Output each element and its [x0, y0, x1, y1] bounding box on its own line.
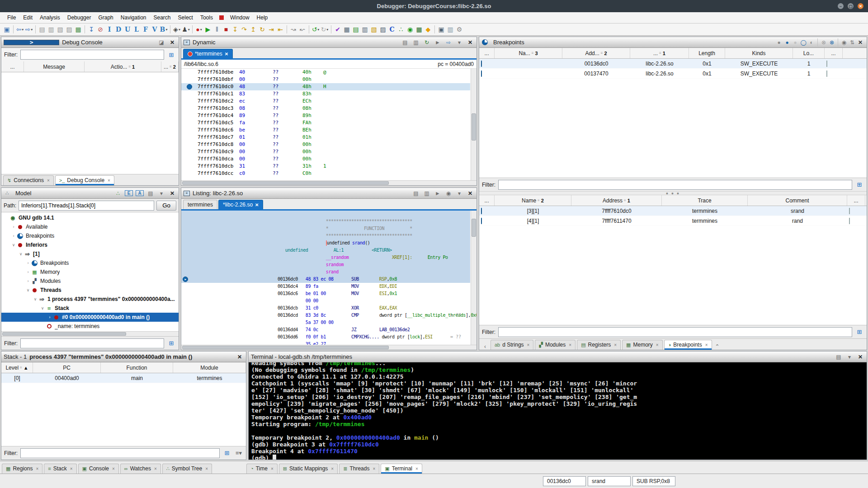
listing-line[interactable]: **********************************	[181, 218, 470, 225]
book-icon[interactable]: ▤	[351, 24, 360, 34]
scroll-left-icon[interactable]: ‹	[481, 343, 489, 350]
collapsed-icon[interactable]: ›	[25, 279, 31, 283]
hex-row[interactable]: 7ffff7610dc308??08h	[181, 105, 470, 112]
breakpoint-row[interactable]: 00136dc0libc-2.26.so0x1SW_EXECUTE1	[479, 59, 867, 69]
hex-row[interactable]: 7ffff7610dc5fa??FAh	[181, 119, 470, 127]
column-header[interactable]: Actio...≡1	[85, 61, 161, 72]
column-header[interactable]: ...	[825, 48, 843, 58]
auto-a-icon[interactable]: A	[136, 190, 144, 196]
breakpoint-location-row[interactable]: [3][1]7ffff7610dc0termminessrand	[479, 206, 867, 216]
listing-line[interactable]: ▶ 00136dc0 48 83 ec 08 SUB RSP,0x8	[181, 276, 470, 283]
tab-connections[interactable]: ↯Connections×	[3, 175, 54, 185]
enable-breakpoint-icon[interactable]: ●	[775, 39, 783, 46]
hex-row[interactable]: 7ffff7610dc048??48hH	[181, 83, 470, 90]
breakpoint-dot-icon[interactable]	[481, 218, 482, 224]
hex-row[interactable]: 7ffff7610dc701??01h	[181, 134, 470, 141]
snapshot-icon[interactable]: ▩	[74, 24, 83, 34]
tree-item[interactable]: ›Breakpoints	[1, 258, 179, 267]
regex-filter-icon[interactable]: ⊞	[167, 340, 176, 347]
close-icon[interactable]: ×	[569, 343, 571, 347]
interrupt-icon[interactable]: ‖	[212, 24, 222, 34]
expanded-icon[interactable]: ∨	[32, 297, 38, 301]
tab-modules[interactable]: ▞Modules×	[535, 340, 576, 350]
listing-line[interactable]: 00136dcb 31 c0 XOR EAX,EAX	[181, 305, 470, 312]
compiler-icon[interactable]: C	[387, 24, 396, 34]
hex-row[interactable]: 7ffff7610dc900??00h	[181, 148, 470, 155]
validate-icon[interactable]: ✔	[333, 24, 342, 34]
chevron-up-icon[interactable]: ⌃	[713, 343, 722, 350]
tree-item[interactable]: ∨⇒1 process 4397 "termmines" 0x000000000…	[1, 295, 179, 304]
chart-icon[interactable]: ▥	[446, 24, 455, 34]
memory-grid-icon[interactable]: ▦	[415, 24, 424, 34]
column-header[interactable]: Message	[24, 61, 85, 72]
gear-icon[interactable]: ⚙	[455, 24, 464, 34]
close-icon[interactable]: ×	[112, 466, 115, 471]
listing-line[interactable]: undefined AL:1 <RETURN>	[181, 247, 470, 254]
dynamic-hex-listing[interactable]: 7ffff7610dbe40??40h@7ffff7610dbf00??00h7…	[181, 69, 476, 180]
close-icon[interactable]: ×	[614, 343, 617, 347]
clipboard-icon[interactable]: ▤	[146, 190, 155, 197]
step-back-icon[interactable]: ⇤	[276, 24, 285, 34]
expanded-icon[interactable]: ∨	[25, 288, 31, 292]
column-header[interactable]: PC	[33, 362, 101, 373]
tab-termmines-trace[interactable]: *termmines✕	[183, 49, 233, 58]
back-icon[interactable]: ⇦▾	[15, 24, 24, 34]
splitter-handle[interactable]: ● ● ●	[479, 191, 867, 195]
column-header[interactable]: Module	[173, 362, 246, 373]
close-icon[interactable]: ×	[527, 343, 530, 347]
skip-over-icon[interactable]: ↝	[289, 24, 298, 34]
listing-hscrollbar[interactable]	[181, 345, 476, 350]
tab-console[interactable]: ▣Console×	[78, 464, 119, 474]
hex-row[interactable]: 7ffff7610dcb31??31h1	[181, 163, 470, 170]
attach-icon[interactable]: ♟▾	[181, 24, 190, 34]
listing-line[interactable]: srand	[181, 268, 470, 276]
stack-frame-row[interactable]: [0]00400ad0maintermmines	[1, 373, 246, 383]
menu-help[interactable]: Help	[253, 13, 272, 22]
disable-breakpoint-icon[interactable]: ●	[791, 39, 799, 46]
collapsed-icon[interactable]: ›	[25, 270, 31, 274]
row-checkbox[interactable]	[849, 218, 850, 224]
listing-line[interactable]: srandom	[181, 261, 470, 268]
resume-icon[interactable]: ▶	[203, 24, 212, 34]
close-icon[interactable]: ✕	[466, 190, 474, 197]
menu-edit[interactable]: Edit	[19, 13, 36, 22]
tree-item[interactable]: ›#0 0x0000000000400ad0 in main ()	[1, 313, 179, 322]
debug-console-filter-input[interactable]	[20, 50, 164, 60]
column-header[interactable]: Kinds	[725, 48, 793, 58]
tab-regions[interactable]: ▦Regions×	[2, 464, 42, 474]
label-l-icon[interactable]: L	[132, 24, 141, 34]
model-filter-input[interactable]	[20, 338, 164, 348]
listing-line[interactable]	[181, 211, 470, 218]
cursor-location-icon[interactable]: ►	[434, 190, 442, 197]
listing-line[interactable]: 00136dc4 89 fa MOV EDX,EDI	[181, 283, 470, 290]
kill-icon[interactable]: ■	[222, 24, 231, 34]
column-header[interactable]: ...	[479, 48, 495, 58]
column-header[interactable]: Comment	[748, 195, 847, 206]
column-header[interactable]: ...	[847, 195, 865, 206]
hex-row[interactable]: 7ffff7610dccc0??C0h	[181, 170, 470, 177]
hex-row[interactable]: 7ffff7610dca00??00h	[181, 155, 470, 163]
undefine-u-icon[interactable]: U	[123, 24, 132, 34]
hex-row[interactable]: 7ffff7610dbf00??00h	[181, 76, 470, 83]
tab-libc-2.26.so[interactable]: *libc-2.26.so✕	[218, 200, 263, 209]
goto-pc-icon[interactable]: ↧	[87, 24, 96, 34]
breakpoint-dot-icon[interactable]	[481, 70, 482, 77]
paste-special-icon[interactable]: ▥	[47, 24, 56, 34]
collapsed-icon[interactable]: ›	[25, 261, 31, 265]
regex-filter-icon[interactable]: ⊞	[222, 450, 231, 456]
tree-item[interactable]: ∨Threads	[1, 286, 179, 295]
run-circle-icon[interactable]: ◉	[406, 24, 415, 34]
listing-line[interactable]: 00 00	[181, 297, 470, 305]
tab-symbol-tree[interactable]: ∴Symbol Tree×	[162, 464, 212, 474]
clone-icon[interactable]: ▤	[412, 190, 420, 197]
column-header[interactable]: Na...≡3	[495, 48, 562, 58]
tab-registers[interactable]: ▤Registers×	[577, 340, 621, 350]
import-icon[interactable]: ▨	[65, 24, 74, 34]
column-header[interactable]: Name≡2	[495, 195, 571, 206]
close-icon[interactable]: ×	[70, 466, 73, 471]
close-icon[interactable]: ✕	[466, 39, 474, 46]
column-header[interactable]: Length	[689, 48, 725, 58]
close-icon[interactable]: ✕	[255, 202, 259, 207]
close-icon[interactable]: ×	[108, 178, 110, 183]
breakpoint-locations-filter-input[interactable]	[498, 327, 852, 337]
